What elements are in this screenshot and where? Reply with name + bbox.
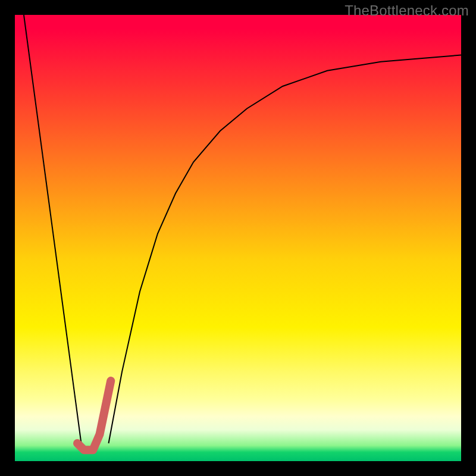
chart-svg <box>15 15 461 461</box>
plot-area <box>15 15 461 461</box>
hook-overlay-line <box>77 381 111 450</box>
watermark-text: TheBottleneck.com <box>345 2 469 19</box>
chart-frame: TheBottleneck.com <box>0 0 476 476</box>
right-curve-line <box>109 55 462 444</box>
left-descent-line <box>24 15 82 448</box>
